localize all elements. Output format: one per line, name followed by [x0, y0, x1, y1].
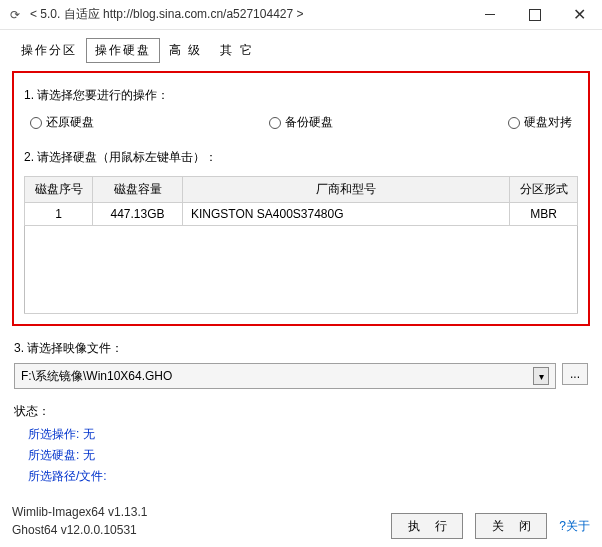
radio-icon: [508, 117, 520, 129]
tab-other[interactable]: 其 它: [211, 38, 262, 63]
radio-backup-disk[interactable]: 备份硬盘: [269, 114, 333, 131]
radio-label: 硬盘对拷: [524, 114, 572, 131]
image-file-value: F:\系统镜像\Win10X64.GHO: [21, 368, 172, 385]
disk-table: 磁盘序号 磁盘容量 厂商和型号 分区形式 1 447.13GB KINGSTON…: [24, 176, 578, 314]
operation-label: 1. 请选择您要进行的操作：: [24, 87, 578, 104]
table-row[interactable]: 1 447.13GB KINGSTON SA400S37480G MBR: [25, 203, 578, 226]
version-line2: Ghost64 v12.0.0.10531: [12, 521, 147, 539]
version-line1: Wimlib-Imagex64 v1.13.1: [12, 503, 147, 521]
radio-label: 还原硬盘: [46, 114, 94, 131]
version-info: Wimlib-Imagex64 v1.13.1 Ghost64 v12.0.0.…: [12, 503, 147, 539]
cell-cap: 447.13GB: [93, 203, 183, 226]
radio-icon: [30, 117, 42, 129]
radio-restore-disk[interactable]: 还原硬盘: [30, 114, 94, 131]
cell-model: KINGSTON SA400S37480G: [183, 203, 510, 226]
radio-label: 备份硬盘: [285, 114, 333, 131]
tab-advanced[interactable]: 高 级: [160, 38, 211, 63]
app-icon: ⟳: [0, 8, 30, 22]
radio-icon: [269, 117, 281, 129]
about-link[interactable]: ?关于: [559, 518, 590, 535]
maximize-button[interactable]: [512, 0, 557, 30]
cell-part: MBR: [510, 203, 578, 226]
browse-dots: ...: [570, 367, 580, 381]
status-title: 状态：: [14, 403, 588, 420]
tab-bar: 操作分区 操作硬盘 高 级 其 它: [12, 38, 590, 63]
col-num: 磁盘序号: [25, 177, 93, 203]
disk-select-label: 2. 请选择硬盘（用鼠标左键单击）：: [24, 149, 578, 166]
tab-disk[interactable]: 操作硬盘: [86, 38, 160, 63]
chevron-down-icon[interactable]: ▾: [533, 367, 549, 385]
tab-partition[interactable]: 操作分区: [12, 38, 86, 63]
window-title: < 5.0. 自适应 http://blog.sina.com.cn/a5271…: [30, 6, 467, 23]
browse-button[interactable]: ...: [562, 363, 588, 385]
image-file-combo[interactable]: F:\系统镜像\Win10X64.GHO ▾: [14, 363, 556, 389]
table-empty: [25, 226, 578, 314]
highlighted-panel: 1. 请选择您要进行的操作： 还原硬盘 备份硬盘 硬盘对拷 2. 请选择硬盘（用…: [12, 71, 590, 326]
status-path: 所选路径/文件:: [28, 468, 588, 485]
run-button[interactable]: 执 行: [391, 513, 463, 539]
close-dialog-button[interactable]: 关 闭: [475, 513, 547, 539]
status-operation: 所选操作: 无: [28, 426, 588, 443]
col-part: 分区形式: [510, 177, 578, 203]
status-disk: 所选硬盘: 无: [28, 447, 588, 464]
minimize-button[interactable]: [467, 0, 512, 30]
col-cap: 磁盘容量: [93, 177, 183, 203]
radio-disk-copy[interactable]: 硬盘对拷: [508, 114, 572, 131]
cell-num: 1: [25, 203, 93, 226]
col-model: 厂商和型号: [183, 177, 510, 203]
close-button[interactable]: ✕: [557, 0, 602, 30]
image-file-label: 3. 请选择映像文件：: [14, 340, 588, 357]
